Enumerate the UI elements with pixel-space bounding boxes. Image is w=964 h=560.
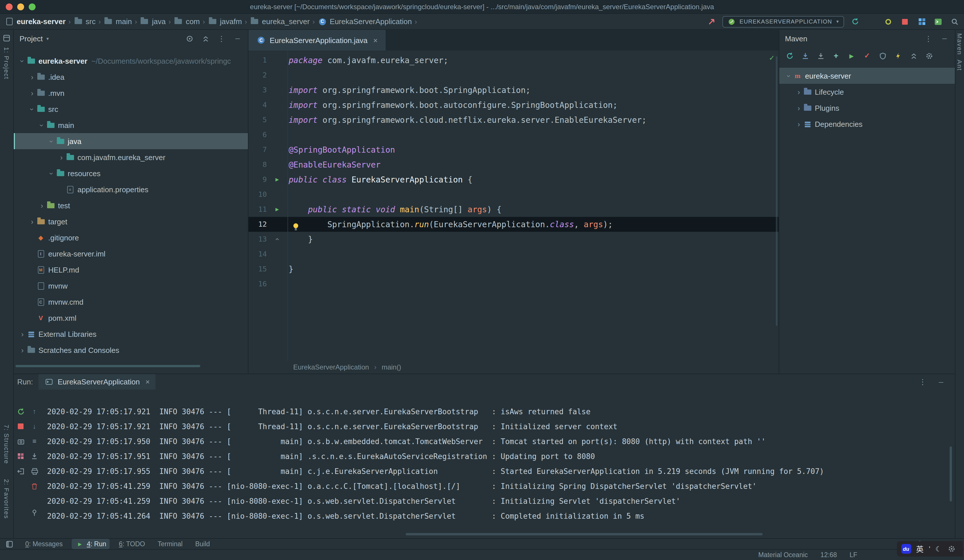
tree-item-eureka-server-iml[interactable]: Ieureka-server.iml [14, 246, 248, 262]
minimize-window-button[interactable] [17, 3, 24, 10]
clear-all-icon[interactable] [30, 481, 39, 490]
download-sources-icon[interactable] [800, 51, 809, 60]
zoom-window-button[interactable] [29, 3, 36, 10]
print-icon[interactable] [30, 467, 39, 476]
project-stripe-icon[interactable] [2, 33, 11, 42]
tree-item-eureka-server[interactable]: ›eureka-server~/Documents/workspace/java… [14, 53, 248, 69]
chevron-closed-icon[interactable]: › [28, 73, 36, 81]
breadcrumb-item-eureka-server[interactable]: eureka_server [250, 17, 309, 26]
tree-item-target[interactable]: ›target [14, 213, 248, 230]
breadcrumb-item-src[interactable]: src [74, 17, 96, 26]
line-separator-widget[interactable]: LF [850, 552, 857, 558]
offline-icon[interactable] [878, 51, 887, 60]
tool-button-maven[interactable]: Maven [956, 33, 963, 55]
chevron-closed-icon[interactable]: › [28, 89, 36, 97]
exit-icon[interactable] [16, 467, 25, 476]
close-tab-icon[interactable]: × [145, 378, 150, 386]
tool-button-ant[interactable]: Ant [956, 60, 963, 71]
stop-icon[interactable] [16, 422, 25, 431]
hide-panel-icon[interactable]: ─ [233, 34, 242, 43]
chevron-open-icon[interactable]: › [37, 121, 46, 129]
code-editor[interactable]: 1package com.javafm.eureka_server;23impo… [249, 50, 779, 361]
tool-button-project[interactable]: 1: Project [3, 47, 10, 80]
locate-file-icon[interactable] [185, 34, 194, 43]
breadcrumb-item-javafm[interactable]: javafm [208, 17, 242, 26]
close-window-button[interactable] [6, 3, 13, 10]
chevron-closed-icon[interactable]: › [795, 120, 803, 128]
tool-window-button-0-messages[interactable]: 0: Messages [22, 540, 66, 548]
options-kebab-icon[interactable]: ⋮ [217, 34, 226, 43]
ime-language-toggle[interactable]: 英 [916, 543, 923, 554]
tree-item-mvnw-cmd[interactable]: Cmvnw.cmd [14, 294, 248, 310]
theme-widget[interactable]: Material Oceanic [758, 552, 808, 558]
chevron-open-icon[interactable]: › [785, 72, 793, 80]
add-icon[interactable]: + [832, 51, 841, 60]
tree-item-pom-xml[interactable]: Vpom.xml [14, 310, 248, 326]
inspections-ok-icon[interactable]: ✓ [769, 54, 775, 62]
skip-tests-icon[interactable] [894, 51, 903, 60]
console-vertical-scrollbar[interactable] [949, 446, 952, 501]
maven-goal-icon[interactable]: ✓ [862, 51, 871, 60]
coverage-icon[interactable] [884, 17, 893, 26]
tree-item-gitignore[interactable]: ◆.gitignore [14, 230, 248, 246]
tree-item-scratches-and-consoles[interactable]: ›Scratches and Consoles [14, 342, 248, 358]
pin-icon[interactable] [30, 508, 39, 517]
console-horizontal-scrollbar[interactable] [405, 533, 763, 536]
run-icon[interactable]: ▶ [847, 51, 856, 60]
tool-window-button-terminal[interactable]: Terminal [154, 540, 186, 548]
caret-position-widget[interactable]: 12:68 [821, 552, 837, 558]
hot-swap-icon[interactable] [707, 17, 716, 26]
rerun-run-icon[interactable] [16, 407, 25, 416]
options-kebab-icon[interactable]: ⋮ [924, 34, 933, 43]
collapse-all-icon[interactable] [909, 51, 918, 60]
run-console-output[interactable]: 2020-02-29 17:05:17.921 INFO 30476 --- [… [47, 389, 955, 538]
tree-item-mvnw[interactable]: mvnw [14, 278, 248, 294]
tool-button-favorites[interactable]: 2: Favorites [3, 479, 10, 519]
editor-tab[interactable]: C EurekaServerApplication.java × [249, 30, 386, 50]
thread-dump-icon[interactable] [16, 437, 25, 446]
tool-window-button-4-run[interactable]: ▶4: Run [72, 539, 109, 549]
rerun-icon[interactable] [850, 17, 860, 26]
chevron-closed-icon[interactable]: › [28, 217, 36, 226]
window-switcher-icon[interactable] [5, 539, 14, 549]
close-tab-icon[interactable]: × [373, 36, 378, 44]
up-stack-icon[interactable]: ↑ [30, 407, 39, 416]
tree-item-help-md[interactable]: MHELP.md [14, 262, 248, 278]
breadcrumb-item-main[interactable]: main [104, 17, 132, 26]
down-stack-icon[interactable]: ↓ [30, 422, 39, 431]
tree-item-resources[interactable]: ›resources [14, 165, 248, 181]
download-icon[interactable] [816, 51, 825, 60]
heap-icon[interactable] [16, 451, 25, 461]
hide-panel-icon[interactable]: ─ [936, 377, 946, 386]
stop-icon[interactable] [900, 17, 910, 26]
tree-item-src[interactable]: ›src [14, 101, 248, 117]
breadcrumb-item-eurekaserverapplication[interactable]: CEurekaServerApplication [318, 17, 412, 26]
run-gutter-icon[interactable]: ▶ [275, 172, 279, 187]
tree-item-idea[interactable]: ›.idea [14, 69, 248, 85]
scroll-end-icon[interactable] [30, 451, 39, 461]
refresh-icon[interactable] [785, 51, 794, 60]
maven-tree[interactable]: ›meureka-server›Lifecycle›Plugins›Depend… [779, 64, 955, 132]
tree-item-com-javafm-eureka-server[interactable]: ›com.javafm.eureka_server [14, 149, 248, 165]
maven-item-plugins[interactable]: ›Plugins [779, 100, 955, 116]
run-console-tab[interactable]: EurekaServerApplication × [39, 374, 155, 389]
terminal-icon[interactable] [933, 17, 943, 26]
hide-panel-icon[interactable]: ─ [940, 34, 949, 43]
chevron-closed-icon[interactable]: › [18, 346, 26, 354]
project-tree[interactable]: ›eureka-server~/Documents/workspace/java… [14, 47, 248, 373]
chevron-closed-icon[interactable]: › [795, 88, 803, 96]
project-view-selector[interactable]: Project ▼ [20, 34, 50, 43]
run-configuration-selector[interactable]: EUREKASERVERAPPLICATION ▼ [722, 16, 844, 27]
tree-item-external-libraries[interactable]: ›External Libraries [14, 326, 248, 342]
settings-icon[interactable] [924, 51, 933, 60]
options-kebab-icon[interactable]: ⋮ [918, 377, 927, 386]
tool-grid-icon[interactable] [917, 17, 926, 26]
breadcrumb-class[interactable]: EurekaServerApplication [293, 363, 369, 371]
gear-icon[interactable] [947, 544, 956, 553]
tool-window-button-build[interactable]: Build [192, 540, 213, 548]
debug-icon[interactable] [867, 17, 876, 26]
breadcrumb-item-com[interactable]: com [174, 17, 200, 26]
tree-item-mvn[interactable]: ›.mvn [14, 85, 248, 101]
chevron-closed-icon[interactable]: › [795, 104, 803, 112]
breadcrumb-item-java[interactable]: java [140, 17, 166, 26]
